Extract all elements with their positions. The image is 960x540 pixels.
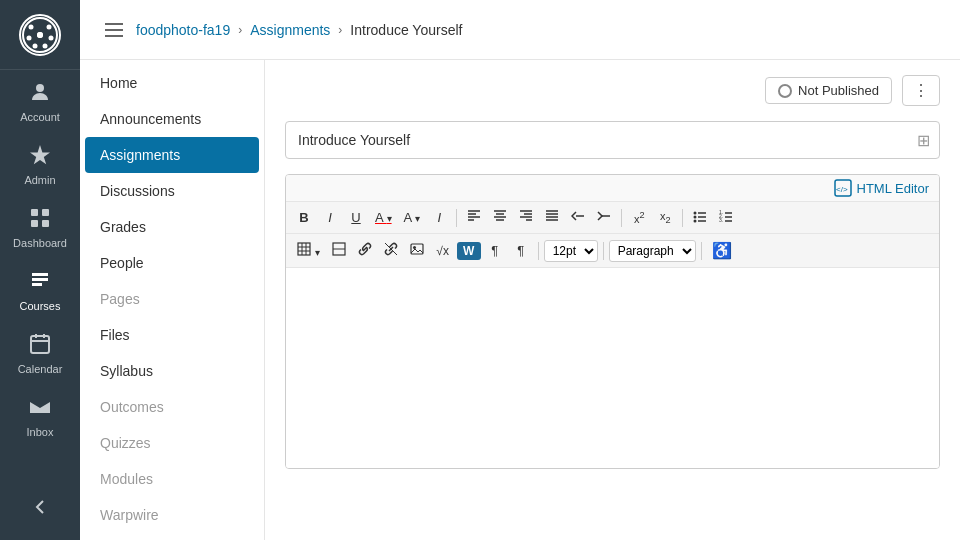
- sidebar-item-assignments[interactable]: Assignments: [85, 137, 259, 173]
- nav-item-dashboard[interactable]: Dashboard: [0, 196, 80, 259]
- status-label: Not Published: [798, 83, 879, 98]
- sidebar-item-outcomes[interactable]: Outcomes: [80, 389, 264, 425]
- svg-text:3.: 3.: [719, 217, 723, 223]
- highlight-icon: A: [404, 210, 412, 225]
- nav-item-collapse[interactable]: [0, 487, 80, 530]
- table-row-button[interactable]: [327, 239, 351, 262]
- indent-button[interactable]: [592, 206, 616, 229]
- sidebar-item-pages[interactable]: Pages: [80, 281, 264, 317]
- nav-item-courses[interactable]: Courses: [0, 259, 80, 322]
- collapse-icon: [30, 497, 50, 520]
- left-nav: Account Admin Dashboard Courses Calendar…: [0, 0, 80, 540]
- sep-4: [538, 242, 539, 260]
- kebab-button[interactable]: ⋮: [902, 75, 940, 106]
- editor-body[interactable]: [286, 268, 939, 468]
- inbox-icon: [28, 395, 52, 422]
- html-editor-button[interactable]: </> HTML Editor: [834, 179, 929, 197]
- accessibility-button[interactable]: ♿: [707, 238, 737, 263]
- font-size-select[interactable]: 12pt: [544, 240, 598, 262]
- title-edit-icon: ⊞: [917, 131, 930, 150]
- logo-svg: [21, 16, 59, 54]
- svg-point-39: [694, 216, 697, 219]
- sqrt-button[interactable]: √x: [431, 241, 455, 261]
- svg-point-8: [36, 84, 44, 92]
- image-button[interactable]: [405, 239, 429, 262]
- page-content: Not Published ⋮ ⊞ </>: [265, 60, 960, 540]
- word-button[interactable]: W: [457, 242, 481, 260]
- table-arrow: ▾: [315, 247, 320, 258]
- paragraph-select[interactable]: Paragraph: [609, 240, 696, 262]
- link-button[interactable]: [353, 239, 377, 262]
- menu-button[interactable]: [100, 18, 128, 42]
- svg-rect-13: [31, 336, 49, 353]
- unordered-list-button[interactable]: [688, 206, 712, 229]
- align-left-button[interactable]: [462, 206, 486, 229]
- align-center-button[interactable]: [488, 206, 512, 229]
- sep-2: [621, 209, 622, 227]
- content-wrapper: Home Announcements Assignments Discussio…: [80, 60, 960, 540]
- nav-item-account[interactable]: Account: [0, 70, 80, 133]
- svg-point-0: [23, 18, 57, 52]
- table-button[interactable]: ▾: [292, 239, 325, 262]
- svg-text:</>: </>: [836, 185, 848, 194]
- status-button[interactable]: Not Published: [765, 77, 892, 104]
- nav-item-admin[interactable]: Admin: [0, 133, 80, 196]
- superscript-button[interactable]: x2: [627, 207, 651, 228]
- table-icon: [297, 242, 311, 256]
- italic-button[interactable]: I: [318, 207, 342, 228]
- pilcrow2-button[interactable]: ¶: [509, 240, 533, 261]
- outdent-icon: [571, 209, 585, 223]
- highlight-button[interactable]: A ▾: [399, 207, 426, 228]
- sidebar-item-grades[interactable]: Grades: [80, 209, 264, 245]
- breadcrumb-course-link[interactable]: foodphoto-fa19: [136, 22, 230, 38]
- sidebar-item-discussions[interactable]: Discussions: [80, 173, 264, 209]
- outdent-button[interactable]: [566, 206, 590, 229]
- sidebar-item-files[interactable]: Files: [80, 317, 264, 353]
- toolbar-row-1: B I U A ▾ A ▾ I: [286, 202, 939, 234]
- toolbar-row-2: ▾ √x W ¶: [286, 234, 939, 268]
- bold-button[interactable]: B: [292, 207, 316, 228]
- unlink-button[interactable]: [379, 239, 403, 262]
- sidebar-item-announcements[interactable]: Announcements: [80, 101, 264, 137]
- nav-bottom: [0, 487, 80, 540]
- sep-6: [701, 242, 702, 260]
- font-color-arrow: ▾: [387, 213, 392, 224]
- sidebar-item-modules[interactable]: Modules: [80, 461, 264, 497]
- menu-line-2: [105, 29, 123, 31]
- highlight-arrow: ▾: [415, 213, 420, 224]
- svg-point-2: [29, 24, 34, 29]
- sidebar-item-home[interactable]: Home: [80, 65, 264, 101]
- calendar-icon: [28, 332, 52, 359]
- nav-item-inbox[interactable]: Inbox: [0, 385, 80, 448]
- nav-label-account: Account: [20, 111, 60, 123]
- sidebar-item-warpwire[interactable]: Warpwire: [80, 497, 264, 533]
- svg-point-37: [694, 212, 697, 215]
- align-justify-button[interactable]: [540, 206, 564, 229]
- sidebar-item-syllabus[interactable]: Syllabus: [80, 353, 264, 389]
- svg-point-5: [49, 35, 54, 40]
- svg-point-7: [43, 43, 48, 48]
- link-icon: [358, 242, 372, 256]
- sidebar: Home Announcements Assignments Discussio…: [80, 60, 265, 540]
- svg-point-4: [27, 35, 32, 40]
- sidebar-item-people[interactable]: People: [80, 245, 264, 281]
- sidebar-item-quizzes[interactable]: Quizzes: [80, 425, 264, 461]
- title-input[interactable]: [285, 121, 940, 159]
- pilcrow-button[interactable]: ¶: [483, 240, 507, 261]
- editor-container: </> HTML Editor B I U A ▾ A: [285, 174, 940, 469]
- subscript-button[interactable]: x2: [653, 207, 677, 228]
- html-editor-label: HTML Editor: [857, 181, 929, 196]
- font-color-button[interactable]: A ▾: [370, 207, 397, 228]
- nav-label-admin: Admin: [24, 174, 55, 186]
- underline-button[interactable]: U: [344, 207, 368, 228]
- sep-1: [456, 209, 457, 227]
- italic2-button[interactable]: I: [427, 207, 451, 228]
- align-justify-icon: [545, 209, 559, 223]
- sep-3: [682, 209, 683, 227]
- align-left-icon: [467, 209, 481, 223]
- breadcrumb-section-link[interactable]: Assignments: [250, 22, 330, 38]
- align-right-button[interactable]: [514, 206, 538, 229]
- ordered-list-button[interactable]: 1.2.3.: [714, 206, 738, 229]
- nav-item-calendar[interactable]: Calendar: [0, 322, 80, 385]
- svg-rect-9: [31, 209, 38, 216]
